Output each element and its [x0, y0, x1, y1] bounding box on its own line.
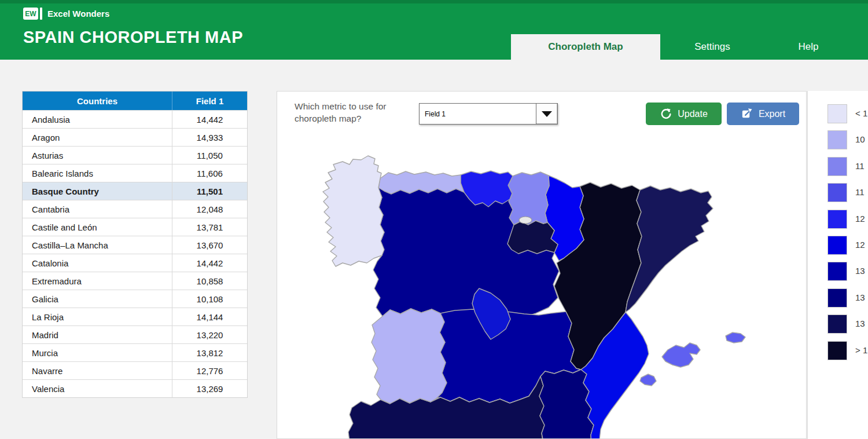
cell-value[interactable]: 11,501 [172, 182, 247, 200]
cell-country[interactable]: Galicia [23, 290, 172, 308]
tab-help[interactable]: Help [764, 34, 852, 60]
legend-swatch [827, 262, 847, 281]
table-row[interactable]: Catalonia14,442 [23, 254, 247, 272]
cell-country[interactable]: Basque Country [23, 182, 172, 200]
cell-value[interactable]: 13,670 [172, 236, 247, 254]
export-button[interactable]: Export [727, 103, 799, 125]
table-row[interactable]: Asturias11,050 [23, 146, 247, 164]
app-window: EW Excel Wonders SPAIN CHOROPLETH MAP Ch… [0, 0, 868, 439]
map-region-galicia [323, 156, 384, 266]
table-row[interactable]: Basque Country11,501 [23, 182, 247, 200]
legend-label: 13 [855, 266, 865, 276]
cell-value[interactable]: 11,050 [172, 147, 247, 164]
cell-value[interactable]: 13,220 [172, 326, 247, 343]
dropdown-arrow-button[interactable] [536, 104, 557, 124]
table-row[interactable]: Cantabria12,048 [23, 200, 247, 218]
cell-country[interactable]: Castile and León [23, 218, 172, 236]
cell-country[interactable]: Cantabria [23, 200, 172, 218]
column-header-field1: Field 1 [172, 92, 247, 110]
brand: EW Excel Wonders [23, 8, 109, 20]
legend-swatch [827, 104, 847, 123]
tab-bar: Choropleth MapSettingsHelp [511, 34, 852, 60]
legend-label: < 1 [855, 108, 867, 118]
refresh-icon [660, 108, 672, 120]
table-row[interactable]: Castile and León13,781 [23, 218, 247, 236]
cell-value[interactable]: 13,781 [172, 218, 247, 236]
cell-value[interactable]: 10,108 [172, 290, 247, 308]
table-row[interactable]: Andalusia14,442 [23, 110, 247, 128]
map-region-la-rioja [507, 221, 558, 254]
app-header: EW Excel Wonders SPAIN CHOROPLETH MAP Ch… [0, 0, 868, 60]
cell-country[interactable]: Murcia [23, 344, 172, 361]
cell-value[interactable]: 14,442 [172, 254, 247, 272]
chevron-down-icon [542, 111, 552, 117]
table-row[interactable]: Extremadura10,858 [23, 272, 247, 290]
cell-value[interactable]: 13,812 [172, 344, 247, 361]
map-region-asturias [378, 171, 464, 194]
table-row[interactable]: La Rioja14,144 [23, 308, 247, 325]
legend-label: 11 [855, 161, 865, 171]
metric-dropdown-value: Field 1 [420, 110, 536, 118]
update-button-label: Update [678, 109, 708, 119]
cell-country[interactable]: Castilla–La Mancha [23, 236, 172, 254]
table-row[interactable]: Valencia13,269 [23, 379, 247, 397]
legend-label: 13 [855, 319, 865, 328]
table-row[interactable]: Navarre12,776 [23, 361, 247, 379]
table-row[interactable]: Murcia13,812 [23, 343, 247, 361]
legend-swatch [827, 183, 847, 202]
spain-choropleth-map [287, 137, 807, 439]
legend-swatch [827, 314, 847, 334]
legend-swatch [827, 130, 847, 149]
legend-label: 11 [855, 187, 865, 197]
export-icon [741, 108, 753, 120]
table-row[interactable]: Balearic Islands11,606 [23, 164, 247, 182]
export-button-label: Export [759, 109, 785, 119]
cell-country[interactable]: Asturias [23, 147, 172, 164]
excel-wonders-logo-icon: EW [23, 8, 42, 20]
cell-country[interactable]: Navarre [23, 362, 172, 379]
table-row[interactable]: Aragon14,933 [23, 128, 247, 146]
metric-question-label: Which metric to use for choropleth map? [295, 100, 419, 125]
tab-choropleth-map[interactable]: Choropleth Map [511, 34, 660, 60]
update-button[interactable]: Update [646, 103, 722, 125]
cell-value[interactable]: 13,269 [172, 380, 247, 397]
column-header-countries: Countries [23, 92, 172, 110]
cell-value[interactable]: 14,442 [172, 111, 247, 128]
cell-country[interactable]: Balearic Islands [23, 164, 172, 182]
map-region-balearic-ibiza [640, 374, 656, 386]
cell-value[interactable]: 10,858 [172, 272, 247, 290]
logo-bar [40, 8, 42, 20]
metric-dropdown[interactable]: Field 1 [419, 103, 558, 125]
brand-name: Excel Wonders [47, 9, 109, 19]
cell-country[interactable]: Valencia [23, 380, 172, 397]
cell-value[interactable]: 12,048 [172, 200, 247, 218]
legend-swatch [827, 288, 847, 308]
cell-country[interactable]: Aragon [23, 129, 172, 146]
cell-country[interactable]: Extremadura [23, 272, 172, 290]
table-row[interactable]: Madrid13,220 [23, 325, 247, 343]
legend-label: 12 [855, 214, 865, 224]
cell-country[interactable]: Madrid [23, 326, 172, 343]
map-region-extremadura [372, 309, 447, 404]
logo-monogram: EW [23, 8, 38, 20]
table-header-row: Countries Field 1 [23, 92, 247, 110]
page-title: SPAIN CHOROPLETH MAP [23, 28, 243, 47]
legend-label: 13 [855, 292, 865, 302]
cell-country[interactable]: La Rioja [23, 308, 172, 325]
map-region-balearic-mallorca [662, 343, 700, 367]
legend-label: > 1 [855, 345, 867, 355]
cell-value[interactable]: 11,606 [172, 164, 247, 182]
tab-settings[interactable]: Settings [660, 34, 764, 60]
cell-country[interactable]: Andalusia [23, 111, 172, 128]
legend-swatch [827, 157, 847, 176]
table-body: Andalusia14,442Aragon14,933Asturias11,05… [23, 110, 247, 397]
map-region-catalonia [626, 186, 713, 312]
cell-value[interactable]: 12,776 [172, 362, 247, 379]
cell-country[interactable]: Catalonia [23, 254, 172, 272]
map-region-balearic-menorca [726, 332, 745, 343]
table-row[interactable]: Castilla–La Mancha13,670 [23, 236, 247, 254]
cell-value[interactable]: 14,144 [172, 308, 247, 325]
cell-value[interactable]: 14,933 [172, 129, 247, 146]
legend-swatch [827, 210, 847, 229]
table-row[interactable]: Galicia10,108 [23, 290, 247, 308]
